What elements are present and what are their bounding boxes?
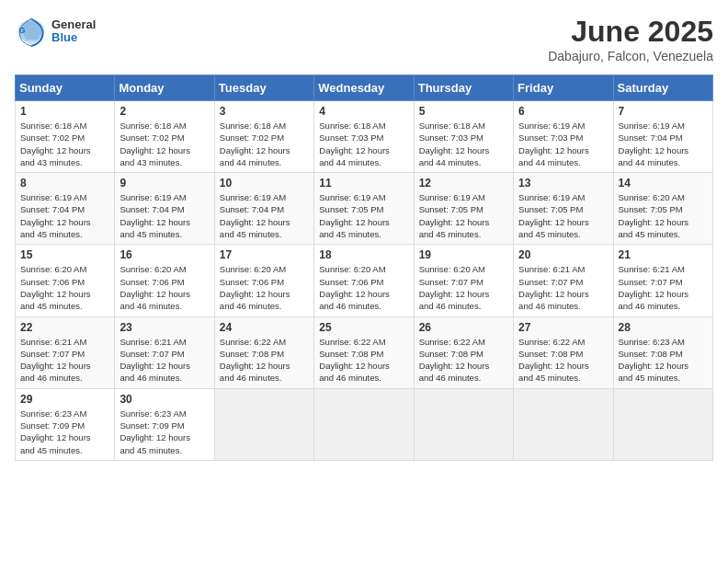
day-number: 24 — [220, 321, 309, 334]
day-info: Sunrise: 6:18 AM Sunset: 7:02 PM Dayligh… — [20, 120, 109, 168]
calendar-cell: 22Sunrise: 6:21 AM Sunset: 7:07 PM Dayli… — [16, 316, 115, 388]
calendar-cell: 8Sunrise: 6:19 AM Sunset: 7:04 PM Daylig… — [16, 173, 115, 245]
day-info: Sunrise: 6:20 AM Sunset: 7:06 PM Dayligh… — [119, 263, 209, 312]
logo-text: General Blue — [51, 18, 96, 45]
day-number: 9 — [119, 177, 209, 190]
day-info: Sunrise: 6:18 AM Sunset: 7:03 PM Dayligh… — [419, 120, 508, 168]
day-info: Sunrise: 6:19 AM Sunset: 7:03 PM Dayligh… — [518, 120, 608, 168]
day-number: 15 — [20, 248, 109, 261]
day-info: Sunrise: 6:18 AM Sunset: 7:02 PM Dayligh… — [119, 120, 209, 168]
logo-general-text: General — [51, 18, 96, 31]
day-number: 7 — [619, 105, 708, 118]
day-number: 11 — [319, 177, 408, 190]
calendar-cell: 26Sunrise: 6:22 AM Sunset: 7:08 PM Dayli… — [414, 316, 513, 388]
day-info: Sunrise: 6:21 AM Sunset: 7:07 PM Dayligh… — [518, 263, 608, 312]
calendar-cell: 25Sunrise: 6:22 AM Sunset: 7:08 PM Dayli… — [314, 316, 414, 388]
calendar-cell: 10Sunrise: 6:19 AM Sunset: 7:04 PM Dayli… — [214, 173, 313, 245]
day-info: Sunrise: 6:20 AM Sunset: 7:06 PM Dayligh… — [20, 263, 109, 312]
day-number: 29 — [20, 393, 109, 406]
calendar-cell: 20Sunrise: 6:21 AM Sunset: 7:07 PM Dayli… — [514, 245, 613, 316]
calendar-header-saturday: Saturday — [613, 75, 712, 101]
day-number: 19 — [419, 248, 508, 261]
page-header: G General Blue June 2025 Dabajuro, Falco… — [15, 15, 713, 63]
calendar-cell: 3Sunrise: 6:18 AM Sunset: 7:02 PM Daylig… — [214, 101, 313, 173]
day-number: 21 — [619, 248, 708, 261]
calendar-cell: 5Sunrise: 6:18 AM Sunset: 7:03 PM Daylig… — [414, 101, 513, 173]
day-info: Sunrise: 6:23 AM Sunset: 7:08 PM Dayligh… — [619, 336, 708, 385]
day-info: Sunrise: 6:20 AM Sunset: 7:07 PM Dayligh… — [419, 263, 508, 312]
calendar-cell: 12Sunrise: 6:19 AM Sunset: 7:05 PM Dayli… — [414, 173, 513, 245]
calendar-cell — [314, 388, 414, 460]
calendar-cell: 15Sunrise: 6:20 AM Sunset: 7:06 PM Dayli… — [16, 245, 115, 316]
calendar-header-sunday: Sunday — [16, 75, 115, 101]
day-info: Sunrise: 6:21 AM Sunset: 7:07 PM Dayligh… — [119, 336, 209, 385]
location-text: Dabajuro, Falcon, Venezuela — [548, 49, 713, 63]
calendar-cell: 21Sunrise: 6:21 AM Sunset: 7:07 PM Dayli… — [613, 245, 712, 316]
day-info: Sunrise: 6:19 AM Sunset: 7:05 PM Dayligh… — [319, 191, 408, 240]
day-info: Sunrise: 6:22 AM Sunset: 7:08 PM Dayligh… — [220, 336, 309, 385]
calendar-cell — [613, 388, 712, 460]
calendar-cell: 14Sunrise: 6:20 AM Sunset: 7:05 PM Dayli… — [613, 173, 712, 245]
day-number: 22 — [20, 321, 109, 334]
logo-icon: G — [15, 15, 48, 48]
day-info: Sunrise: 6:19 AM Sunset: 7:04 PM Dayligh… — [20, 191, 109, 240]
day-info: Sunrise: 6:22 AM Sunset: 7:08 PM Dayligh… — [518, 336, 608, 385]
calendar-cell: 28Sunrise: 6:23 AM Sunset: 7:08 PM Dayli… — [613, 316, 712, 388]
day-info: Sunrise: 6:20 AM Sunset: 7:06 PM Dayligh… — [319, 263, 408, 312]
calendar-cell: 24Sunrise: 6:22 AM Sunset: 7:08 PM Dayli… — [214, 316, 313, 388]
calendar-cell: 19Sunrise: 6:20 AM Sunset: 7:07 PM Dayli… — [414, 245, 513, 316]
calendar-cell: 6Sunrise: 6:19 AM Sunset: 7:03 PM Daylig… — [514, 101, 613, 173]
day-info: Sunrise: 6:18 AM Sunset: 7:03 PM Dayligh… — [319, 120, 408, 168]
day-number: 18 — [319, 248, 408, 261]
calendar-week-4: 22Sunrise: 6:21 AM Sunset: 7:07 PM Dayli… — [16, 316, 713, 388]
day-number: 12 — [419, 177, 508, 190]
logo-blue-text: Blue — [51, 31, 96, 44]
calendar-cell: 9Sunrise: 6:19 AM Sunset: 7:04 PM Daylig… — [115, 173, 214, 245]
title-block: June 2025 Dabajuro, Falcon, Venezuela — [548, 15, 713, 63]
calendar-cell: 30Sunrise: 6:23 AM Sunset: 7:09 PM Dayli… — [115, 388, 214, 460]
day-number: 6 — [518, 105, 608, 118]
day-info: Sunrise: 6:19 AM Sunset: 7:04 PM Dayligh… — [119, 191, 209, 240]
calendar-cell: 17Sunrise: 6:20 AM Sunset: 7:06 PM Dayli… — [214, 245, 313, 316]
day-number: 26 — [419, 321, 508, 334]
month-title: June 2025 — [548, 15, 713, 49]
calendar-cell: 2Sunrise: 6:18 AM Sunset: 7:02 PM Daylig… — [115, 101, 214, 173]
day-number: 2 — [119, 105, 209, 118]
calendar-header-friday: Friday — [514, 75, 613, 101]
calendar-cell: 27Sunrise: 6:22 AM Sunset: 7:08 PM Dayli… — [514, 316, 613, 388]
calendar-cell — [214, 388, 313, 460]
calendar-cell: 1Sunrise: 6:18 AM Sunset: 7:02 PM Daylig… — [16, 101, 115, 173]
day-info: Sunrise: 6:19 AM Sunset: 7:04 PM Dayligh… — [619, 120, 708, 168]
day-info: Sunrise: 6:22 AM Sunset: 7:08 PM Dayligh… — [319, 336, 408, 385]
day-info: Sunrise: 6:23 AM Sunset: 7:09 PM Dayligh… — [119, 408, 209, 456]
calendar-cell: 4Sunrise: 6:18 AM Sunset: 7:03 PM Daylig… — [314, 101, 414, 173]
day-info: Sunrise: 6:18 AM Sunset: 7:02 PM Dayligh… — [220, 120, 309, 168]
day-info: Sunrise: 6:21 AM Sunset: 7:07 PM Dayligh… — [619, 263, 708, 312]
calendar-cell — [414, 388, 513, 460]
calendar-week-3: 15Sunrise: 6:20 AM Sunset: 7:06 PM Dayli… — [16, 245, 713, 316]
day-info: Sunrise: 6:20 AM Sunset: 7:05 PM Dayligh… — [619, 191, 708, 240]
day-info: Sunrise: 6:19 AM Sunset: 7:04 PM Dayligh… — [220, 191, 309, 240]
calendar-cell: 16Sunrise: 6:20 AM Sunset: 7:06 PM Dayli… — [115, 245, 214, 316]
calendar-cell: 13Sunrise: 6:19 AM Sunset: 7:05 PM Dayli… — [514, 173, 613, 245]
day-number: 16 — [119, 248, 209, 261]
calendar-header-thursday: Thursday — [414, 75, 513, 101]
day-number: 27 — [518, 321, 608, 334]
calendar-week-2: 8Sunrise: 6:19 AM Sunset: 7:04 PM Daylig… — [16, 173, 713, 245]
day-number: 28 — [619, 321, 708, 334]
calendar-header-row: SundayMondayTuesdayWednesdayThursdayFrid… — [16, 75, 713, 101]
day-number: 17 — [220, 248, 309, 261]
day-number: 13 — [518, 177, 608, 190]
calendar-week-5: 29Sunrise: 6:23 AM Sunset: 7:09 PM Dayli… — [16, 388, 713, 460]
day-number: 3 — [220, 105, 309, 118]
calendar-table: SundayMondayTuesdayWednesdayThursdayFrid… — [15, 75, 713, 461]
calendar-cell: 11Sunrise: 6:19 AM Sunset: 7:05 PM Dayli… — [314, 173, 414, 245]
day-number: 23 — [119, 321, 209, 334]
day-number: 1 — [20, 105, 109, 118]
logo: G General Blue — [15, 15, 96, 48]
calendar-header-monday: Monday — [115, 75, 214, 101]
day-info: Sunrise: 6:20 AM Sunset: 7:06 PM Dayligh… — [220, 263, 309, 312]
calendar-cell: 23Sunrise: 6:21 AM Sunset: 7:07 PM Dayli… — [115, 316, 214, 388]
day-number: 5 — [419, 105, 508, 118]
day-number: 4 — [319, 105, 408, 118]
